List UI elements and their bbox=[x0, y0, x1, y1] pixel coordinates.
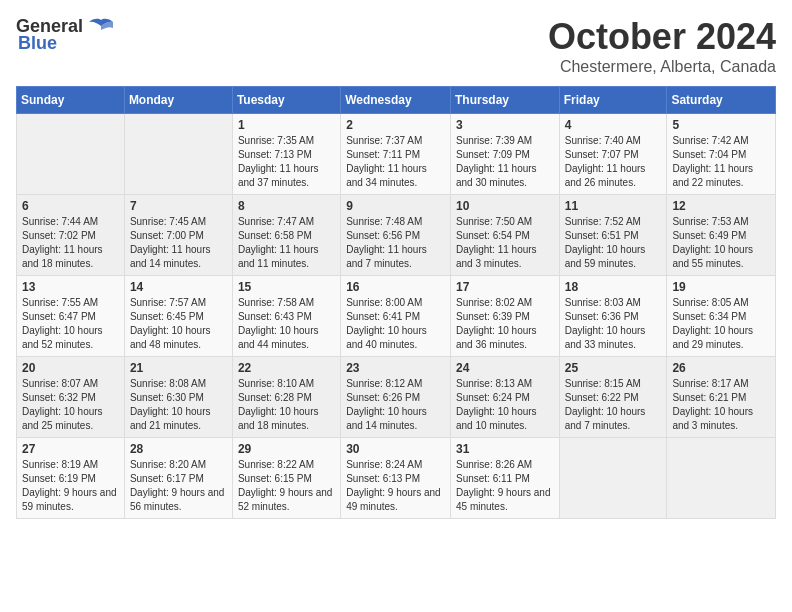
calendar-header-row: SundayMondayTuesdayWednesdayThursdayFrid… bbox=[17, 87, 776, 114]
day-number: 12 bbox=[672, 199, 770, 213]
calendar-cell bbox=[559, 438, 667, 519]
day-number: 4 bbox=[565, 118, 662, 132]
weekday-header-monday: Monday bbox=[124, 87, 232, 114]
calendar-cell: 10Sunrise: 7:50 AM Sunset: 6:54 PM Dayli… bbox=[450, 195, 559, 276]
day-number: 2 bbox=[346, 118, 445, 132]
title-block: October 2024 Chestermere, Alberta, Canad… bbox=[548, 16, 776, 76]
day-number: 27 bbox=[22, 442, 119, 456]
day-number: 14 bbox=[130, 280, 227, 294]
day-info: Sunrise: 8:07 AM Sunset: 6:32 PM Dayligh… bbox=[22, 377, 119, 433]
day-number: 3 bbox=[456, 118, 554, 132]
calendar-cell: 1Sunrise: 7:35 AM Sunset: 7:13 PM Daylig… bbox=[232, 114, 340, 195]
day-number: 20 bbox=[22, 361, 119, 375]
day-info: Sunrise: 7:39 AM Sunset: 7:09 PM Dayligh… bbox=[456, 134, 554, 190]
day-info: Sunrise: 8:15 AM Sunset: 6:22 PM Dayligh… bbox=[565, 377, 662, 433]
calendar-cell: 22Sunrise: 8:10 AM Sunset: 6:28 PM Dayli… bbox=[232, 357, 340, 438]
calendar-cell: 30Sunrise: 8:24 AM Sunset: 6:13 PM Dayli… bbox=[341, 438, 451, 519]
day-info: Sunrise: 8:17 AM Sunset: 6:21 PM Dayligh… bbox=[672, 377, 770, 433]
day-info: Sunrise: 7:52 AM Sunset: 6:51 PM Dayligh… bbox=[565, 215, 662, 271]
day-number: 16 bbox=[346, 280, 445, 294]
calendar-cell: 20Sunrise: 8:07 AM Sunset: 6:32 PM Dayli… bbox=[17, 357, 125, 438]
day-number: 21 bbox=[130, 361, 227, 375]
day-number: 18 bbox=[565, 280, 662, 294]
calendar-cell bbox=[667, 438, 776, 519]
day-info: Sunrise: 7:42 AM Sunset: 7:04 PM Dayligh… bbox=[672, 134, 770, 190]
day-number: 23 bbox=[346, 361, 445, 375]
day-number: 19 bbox=[672, 280, 770, 294]
day-info: Sunrise: 7:58 AM Sunset: 6:43 PM Dayligh… bbox=[238, 296, 335, 352]
calendar-week-row: 27Sunrise: 8:19 AM Sunset: 6:19 PM Dayli… bbox=[17, 438, 776, 519]
day-number: 11 bbox=[565, 199, 662, 213]
day-info: Sunrise: 7:53 AM Sunset: 6:49 PM Dayligh… bbox=[672, 215, 770, 271]
day-number: 13 bbox=[22, 280, 119, 294]
day-info: Sunrise: 7:35 AM Sunset: 7:13 PM Dayligh… bbox=[238, 134, 335, 190]
day-info: Sunrise: 8:24 AM Sunset: 6:13 PM Dayligh… bbox=[346, 458, 445, 514]
calendar-week-row: 13Sunrise: 7:55 AM Sunset: 6:47 PM Dayli… bbox=[17, 276, 776, 357]
day-info: Sunrise: 7:55 AM Sunset: 6:47 PM Dayligh… bbox=[22, 296, 119, 352]
day-info: Sunrise: 7:40 AM Sunset: 7:07 PM Dayligh… bbox=[565, 134, 662, 190]
calendar-cell: 14Sunrise: 7:57 AM Sunset: 6:45 PM Dayli… bbox=[124, 276, 232, 357]
logo: General Blue bbox=[16, 16, 115, 54]
day-info: Sunrise: 8:12 AM Sunset: 6:26 PM Dayligh… bbox=[346, 377, 445, 433]
day-info: Sunrise: 8:20 AM Sunset: 6:17 PM Dayligh… bbox=[130, 458, 227, 514]
calendar-cell: 2Sunrise: 7:37 AM Sunset: 7:11 PM Daylig… bbox=[341, 114, 451, 195]
calendar-cell: 25Sunrise: 8:15 AM Sunset: 6:22 PM Dayli… bbox=[559, 357, 667, 438]
calendar-cell: 9Sunrise: 7:48 AM Sunset: 6:56 PM Daylig… bbox=[341, 195, 451, 276]
weekday-header-sunday: Sunday bbox=[17, 87, 125, 114]
day-info: Sunrise: 8:13 AM Sunset: 6:24 PM Dayligh… bbox=[456, 377, 554, 433]
day-number: 15 bbox=[238, 280, 335, 294]
calendar-cell: 5Sunrise: 7:42 AM Sunset: 7:04 PM Daylig… bbox=[667, 114, 776, 195]
day-number: 7 bbox=[130, 199, 227, 213]
calendar-cell bbox=[17, 114, 125, 195]
calendar-cell: 26Sunrise: 8:17 AM Sunset: 6:21 PM Dayli… bbox=[667, 357, 776, 438]
day-info: Sunrise: 7:48 AM Sunset: 6:56 PM Dayligh… bbox=[346, 215, 445, 271]
weekday-header-saturday: Saturday bbox=[667, 87, 776, 114]
weekday-header-tuesday: Tuesday bbox=[232, 87, 340, 114]
day-number: 29 bbox=[238, 442, 335, 456]
day-number: 25 bbox=[565, 361, 662, 375]
day-number: 1 bbox=[238, 118, 335, 132]
day-number: 26 bbox=[672, 361, 770, 375]
day-info: Sunrise: 8:00 AM Sunset: 6:41 PM Dayligh… bbox=[346, 296, 445, 352]
logo-blue-text: Blue bbox=[18, 33, 57, 54]
calendar-cell: 8Sunrise: 7:47 AM Sunset: 6:58 PM Daylig… bbox=[232, 195, 340, 276]
day-info: Sunrise: 8:26 AM Sunset: 6:11 PM Dayligh… bbox=[456, 458, 554, 514]
calendar-cell: 28Sunrise: 8:20 AM Sunset: 6:17 PM Dayli… bbox=[124, 438, 232, 519]
calendar-cell: 18Sunrise: 8:03 AM Sunset: 6:36 PM Dayli… bbox=[559, 276, 667, 357]
calendar-cell bbox=[124, 114, 232, 195]
day-number: 9 bbox=[346, 199, 445, 213]
day-number: 22 bbox=[238, 361, 335, 375]
day-number: 17 bbox=[456, 280, 554, 294]
day-info: Sunrise: 7:47 AM Sunset: 6:58 PM Dayligh… bbox=[238, 215, 335, 271]
day-info: Sunrise: 7:50 AM Sunset: 6:54 PM Dayligh… bbox=[456, 215, 554, 271]
day-number: 5 bbox=[672, 118, 770, 132]
day-info: Sunrise: 8:19 AM Sunset: 6:19 PM Dayligh… bbox=[22, 458, 119, 514]
calendar-week-row: 1Sunrise: 7:35 AM Sunset: 7:13 PM Daylig… bbox=[17, 114, 776, 195]
calendar-cell: 12Sunrise: 7:53 AM Sunset: 6:49 PM Dayli… bbox=[667, 195, 776, 276]
weekday-header-wednesday: Wednesday bbox=[341, 87, 451, 114]
day-number: 10 bbox=[456, 199, 554, 213]
calendar-cell: 3Sunrise: 7:39 AM Sunset: 7:09 PM Daylig… bbox=[450, 114, 559, 195]
calendar-cell: 4Sunrise: 7:40 AM Sunset: 7:07 PM Daylig… bbox=[559, 114, 667, 195]
calendar-cell: 7Sunrise: 7:45 AM Sunset: 7:00 PM Daylig… bbox=[124, 195, 232, 276]
day-info: Sunrise: 8:02 AM Sunset: 6:39 PM Dayligh… bbox=[456, 296, 554, 352]
calendar-week-row: 6Sunrise: 7:44 AM Sunset: 7:02 PM Daylig… bbox=[17, 195, 776, 276]
day-info: Sunrise: 8:22 AM Sunset: 6:15 PM Dayligh… bbox=[238, 458, 335, 514]
calendar-cell: 13Sunrise: 7:55 AM Sunset: 6:47 PM Dayli… bbox=[17, 276, 125, 357]
weekday-header-friday: Friday bbox=[559, 87, 667, 114]
calendar-cell: 16Sunrise: 8:00 AM Sunset: 6:41 PM Dayli… bbox=[341, 276, 451, 357]
calendar-cell: 19Sunrise: 8:05 AM Sunset: 6:34 PM Dayli… bbox=[667, 276, 776, 357]
calendar-cell: 11Sunrise: 7:52 AM Sunset: 6:51 PM Dayli… bbox=[559, 195, 667, 276]
calendar-cell: 21Sunrise: 8:08 AM Sunset: 6:30 PM Dayli… bbox=[124, 357, 232, 438]
day-info: Sunrise: 8:10 AM Sunset: 6:28 PM Dayligh… bbox=[238, 377, 335, 433]
calendar-cell: 29Sunrise: 8:22 AM Sunset: 6:15 PM Dayli… bbox=[232, 438, 340, 519]
day-info: Sunrise: 8:08 AM Sunset: 6:30 PM Dayligh… bbox=[130, 377, 227, 433]
calendar-week-row: 20Sunrise: 8:07 AM Sunset: 6:32 PM Dayli… bbox=[17, 357, 776, 438]
day-info: Sunrise: 7:57 AM Sunset: 6:45 PM Dayligh… bbox=[130, 296, 227, 352]
calendar-cell: 15Sunrise: 7:58 AM Sunset: 6:43 PM Dayli… bbox=[232, 276, 340, 357]
day-number: 8 bbox=[238, 199, 335, 213]
day-info: Sunrise: 8:03 AM Sunset: 6:36 PM Dayligh… bbox=[565, 296, 662, 352]
day-info: Sunrise: 7:45 AM Sunset: 7:00 PM Dayligh… bbox=[130, 215, 227, 271]
location-subtitle: Chestermere, Alberta, Canada bbox=[548, 58, 776, 76]
day-number: 31 bbox=[456, 442, 554, 456]
